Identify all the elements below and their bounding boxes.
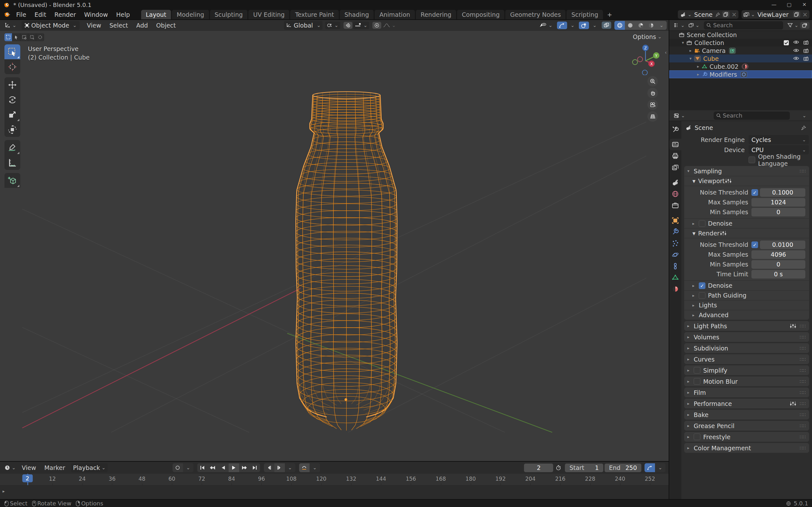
properties-tab-world[interactable] xyxy=(669,188,681,200)
workspace-tab-modeling[interactable]: Modeling xyxy=(172,10,209,19)
timeline-editor-dropdown[interactable]: ⌄ xyxy=(3,464,18,471)
tool-select-box[interactable] xyxy=(4,44,20,59)
prev-frame-button[interactable] xyxy=(264,463,274,472)
viewport-menu-view[interactable]: View xyxy=(83,22,105,29)
panel-film[interactable]: ▸Film∷∷ xyxy=(684,388,809,397)
timeline-snap-toggle[interactable] xyxy=(299,463,310,472)
viewlayer-selector[interactable]: ⌄ ViewLayer ✕ xyxy=(742,10,809,19)
toggle-lights[interactable]: ▸Lights xyxy=(684,300,809,310)
visibility-dropdown[interactable]: ⌄ xyxy=(537,21,554,29)
setting-value-field[interactable]: 0 s xyxy=(751,270,805,279)
mode-dropdown[interactable]: Object Mode ⌄ xyxy=(21,21,80,30)
setting-value-field[interactable]: 0 xyxy=(751,208,805,216)
panel-checkbox[interactable] xyxy=(694,434,700,440)
properties-tab-material[interactable] xyxy=(669,283,681,295)
editor-type-button[interactable]: ⌄ xyxy=(3,21,18,29)
outliner-filter-dropdown[interactable]: ⌄ xyxy=(786,21,800,29)
start-frame-field[interactable]: Start1 xyxy=(565,464,603,472)
tool-annotate[interactable] xyxy=(4,140,20,155)
outliner-row-cube[interactable]: ▾Cube xyxy=(669,55,812,62)
pin-icon[interactable] xyxy=(801,125,806,130)
modifier-badge-icon[interactable] xyxy=(740,71,747,78)
properties-tab-output[interactable] xyxy=(669,150,681,162)
select-circle-variant-button[interactable] xyxy=(20,33,28,41)
zoom-view-button[interactable] xyxy=(647,76,658,87)
menu-render[interactable]: Render xyxy=(50,11,80,18)
properties-tab-object[interactable] xyxy=(669,215,681,226)
properties-tab-modifiers[interactable] xyxy=(669,226,681,238)
outliner-display-mode-dropdown[interactable]: ⌄ xyxy=(672,21,687,29)
scene-selector[interactable]: ⌄ Scene ✕ xyxy=(678,10,739,19)
menu-file[interactable]: File xyxy=(12,11,31,18)
ortho-toggle-button[interactable] xyxy=(647,111,658,122)
toggle-checkbox[interactable] xyxy=(699,220,705,227)
outliner-row-scene-collection[interactable]: Scene Collection xyxy=(669,31,812,39)
panel-header[interactable]: ▸Subdivision∷∷ xyxy=(684,343,809,353)
pivot-dropdown[interactable]: ⌄ xyxy=(325,21,340,29)
sliders-preset-icon[interactable] xyxy=(725,178,732,184)
shading-material-button[interactable] xyxy=(635,21,646,30)
subsection-render[interactable]: ▾Render xyxy=(684,228,809,238)
tool-transform[interactable] xyxy=(4,122,20,137)
properties-tab-tool[interactable] xyxy=(669,124,681,135)
workspace-tab-layout[interactable]: Layout xyxy=(141,10,171,19)
setting-value-field[interactable]: 1024 xyxy=(751,198,805,207)
setting-value-field[interactable]: 4096 xyxy=(751,250,805,259)
tool-cursor[interactable] xyxy=(4,59,20,74)
sliders-preset-icon[interactable] xyxy=(790,401,797,406)
panel-light-paths[interactable]: ▸Light Paths∷∷ xyxy=(684,321,809,331)
workspace-tab-animation[interactable]: Animation xyxy=(374,10,415,19)
panel-simplify[interactable]: ▸Simplify∷∷ xyxy=(684,365,809,375)
expander-icon[interactable]: ▸ xyxy=(687,48,694,53)
select-lasso-variant-button[interactable] xyxy=(28,33,36,41)
subsection-viewport[interactable]: ▾Viewport xyxy=(684,176,809,186)
shading-solid-button[interactable] xyxy=(625,21,635,30)
workspace-tab-texture-paint[interactable]: Texture Paint xyxy=(290,10,339,19)
maximize-button[interactable]: ▢ xyxy=(781,0,797,9)
outliner-search-input[interactable] xyxy=(713,22,780,29)
timeline-gizmo-toggle[interactable] xyxy=(645,463,655,472)
panel-color-management[interactable]: ▸Color Management∷∷ xyxy=(684,443,809,453)
viewport-canvas[interactable]: User Perspective (2) Collection | Cube O… xyxy=(0,31,669,461)
toggle-denoise[interactable]: ▸✓Denoise xyxy=(684,280,809,290)
workspace-tab-uv-editing[interactable]: UV Editing xyxy=(248,10,289,19)
new-collection-button[interactable] xyxy=(800,22,809,29)
panel-header[interactable]: ▸Light Paths∷∷ xyxy=(684,321,809,331)
pan-view-button[interactable] xyxy=(647,88,658,98)
properties-editor-dropdown[interactable]: ⌄ xyxy=(672,112,687,119)
expander-icon[interactable]: ▾ xyxy=(679,40,687,45)
checkbox-toggle-icon[interactable] xyxy=(783,40,789,46)
play-button[interactable] xyxy=(229,463,239,472)
outliner-row-collection[interactable]: ▾Collection xyxy=(669,39,812,47)
menu-edit[interactable]: Edit xyxy=(31,11,50,18)
frame-step-dropdown[interactable]: ⌄ xyxy=(285,463,295,472)
play-reverse-button[interactable] xyxy=(218,463,229,472)
falloff-dropdown[interactable]: ⌄ xyxy=(381,21,398,29)
close-button[interactable]: ✕ xyxy=(797,0,812,9)
properties-search[interactable] xyxy=(714,112,790,120)
panel-performance[interactable]: ▸Performance∷∷ xyxy=(684,399,809,408)
panel-header[interactable]: ▸Simplify∷∷ xyxy=(684,365,809,375)
outliner-filter-type-dropdown[interactable]: ⌄ xyxy=(687,21,702,29)
panel-curves[interactable]: ▸Curves∷∷ xyxy=(684,354,809,364)
tool-scale[interactable] xyxy=(4,107,20,122)
outliner-row-camera[interactable]: ▸Camera xyxy=(669,47,812,55)
panel-volumes[interactable]: ▸Volumes∷∷ xyxy=(684,332,809,342)
timeline-menu-marker[interactable]: Marker xyxy=(40,464,69,471)
field-dropdown[interactable]: Cycles⌄ xyxy=(749,135,809,144)
workspace-tab-scripting[interactable]: Scripting xyxy=(566,10,603,19)
copy-viewlayer-icon[interactable] xyxy=(793,11,800,17)
panel-header[interactable]: ▸Color Management∷∷ xyxy=(684,443,809,453)
select-tweak-variant-button[interactable] xyxy=(12,33,20,41)
workspace-tab-compositing[interactable]: Compositing xyxy=(457,10,504,19)
copy-scene-icon[interactable] xyxy=(722,11,729,17)
orientation-dropdown[interactable]: Global ⌄ xyxy=(284,21,322,30)
panel-header[interactable]: ▸Grease Pencil∷∷ xyxy=(684,421,809,431)
jump-to-end-button[interactable] xyxy=(250,463,260,472)
keying-dropdown[interactable]: ⌄ xyxy=(183,463,194,472)
snap-toggle[interactable] xyxy=(344,22,352,29)
properties-options-dropdown[interactable]: ⌄ xyxy=(802,113,806,118)
sampling-panel-header[interactable]: ▾Sampling∷∷ xyxy=(684,166,809,176)
properties-tab-scene[interactable] xyxy=(669,177,681,188)
menu-window[interactable]: Window xyxy=(80,11,112,18)
